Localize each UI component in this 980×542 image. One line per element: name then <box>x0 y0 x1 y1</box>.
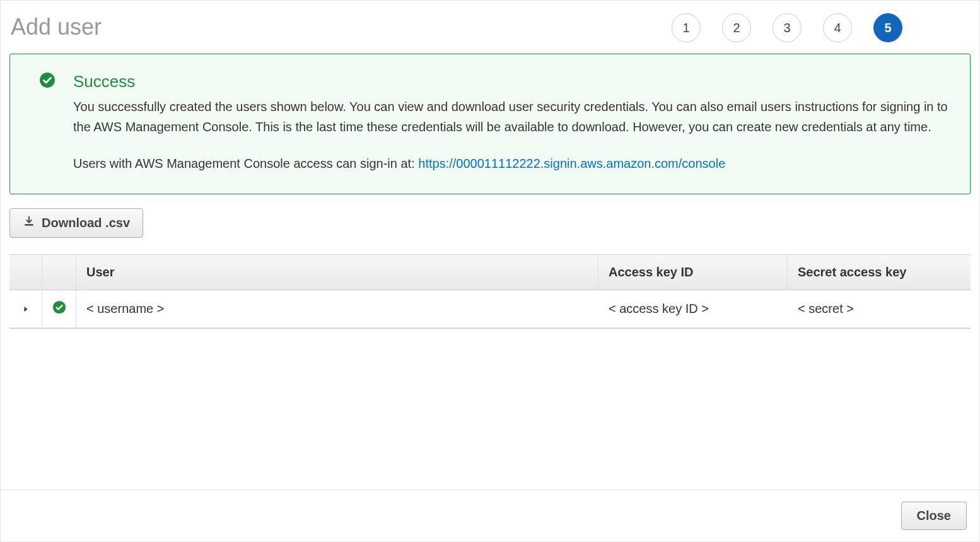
alert-body: Success You successfully created the use… <box>73 72 951 174</box>
users-table: User Access key ID Secret access key < u… <box>9 254 971 329</box>
footer-bar: Close <box>1 490 979 541</box>
caret-right-icon <box>22 302 30 316</box>
download-icon <box>23 215 35 231</box>
wizard-step-5[interactable]: 5 <box>873 13 902 42</box>
download-csv-label: Download .csv <box>42 216 130 230</box>
success-check-icon <box>52 300 66 317</box>
col-header-status <box>42 255 76 290</box>
row-expand-toggle[interactable] <box>9 292 42 326</box>
wizard-step-1[interactable]: 1 <box>672 13 701 42</box>
col-header-expand <box>9 255 42 290</box>
col-header-access-key-id: Access key ID <box>598 255 788 290</box>
table-header: User Access key ID Secret access key <box>9 255 971 290</box>
col-header-secret: Secret access key <box>788 255 971 290</box>
cell-secret: < secret > <box>788 292 971 326</box>
cell-user: < username > <box>76 292 598 326</box>
alert-title: Success <box>73 72 951 91</box>
table-row: < username > < access key ID > < secret … <box>9 290 971 328</box>
alert-message: You successfully created the users shown… <box>73 97 951 137</box>
wizard-step-2[interactable]: 2 <box>722 13 751 42</box>
col-header-user: User <box>76 255 598 290</box>
signin-url-link[interactable]: https://000011112222.signin.aws.amazon.c… <box>418 156 725 170</box>
header-row: Add user 1 2 3 4 5 <box>9 9 971 54</box>
page-container: Add user 1 2 3 4 5 Success You successfu… <box>0 0 980 542</box>
actions-row: Download .csv <box>9 208 971 238</box>
alert-signin-prefix: Users with AWS Management Console access… <box>73 156 418 170</box>
success-check-icon <box>39 72 55 174</box>
download-csv-button[interactable]: Download .csv <box>9 208 143 238</box>
cell-access-key-id: < access key ID > <box>598 292 788 326</box>
wizard-step-3[interactable]: 3 <box>773 13 802 42</box>
success-alert: Success You successfully created the use… <box>9 54 971 194</box>
close-button[interactable]: Close <box>901 502 967 530</box>
alert-signin-line: Users with AWS Management Console access… <box>73 153 951 174</box>
wizard-stepper: 1 2 3 4 5 <box>672 9 971 42</box>
page-title: Add user <box>11 14 102 40</box>
row-status <box>42 290 76 327</box>
wizard-step-4[interactable]: 4 <box>823 13 852 42</box>
